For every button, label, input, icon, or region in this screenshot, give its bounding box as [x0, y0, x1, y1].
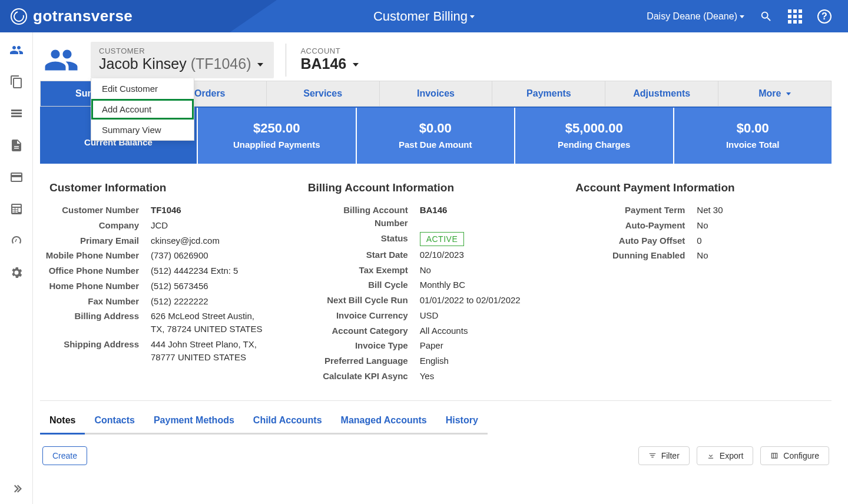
field-label: Office Phone Number: [40, 264, 151, 277]
subtab-managed-accounts[interactable]: Managed Accounts: [332, 409, 436, 435]
page-header: CUSTOMER Jacob Kinsey (TF1046) Edit Cust…: [40, 42, 832, 78]
field-value: 02/10/2023: [420, 248, 564, 261]
field-label: Home Phone Number: [40, 280, 151, 293]
field-label: Status: [308, 232, 420, 245]
tab-services[interactable]: Services: [267, 81, 380, 106]
module-title: Customer Billing: [373, 9, 468, 24]
customer-menu: Edit Customer Add Account Summary View: [91, 78, 194, 141]
payment-info-column: Account Payment Information Payment Term…: [575, 181, 832, 385]
field-label: Mobile Phone Number: [40, 249, 151, 262]
kpi-pending-charges: $5,000.00 Pending Charges: [515, 108, 674, 164]
sub-tabs: Notes Contacts Payment Methods Child Acc…: [40, 409, 832, 435]
export-button[interactable]: Export: [697, 446, 753, 465]
field-label: Dunning Enabled: [575, 249, 697, 262]
field-label: Invoice Type: [308, 339, 420, 352]
document-icon[interactable]: [9, 138, 24, 152]
field-value: USD: [420, 309, 564, 322]
user-menu[interactable]: Daisy Deane (Deane): [647, 11, 744, 22]
account-dropdown[interactable]: BA146: [300, 55, 359, 72]
menu-item-add-account[interactable]: Add Account: [91, 99, 194, 120]
calculator-icon[interactable]: [9, 202, 24, 216]
field-label: Auto Pay Offset: [575, 234, 697, 247]
dashboard-icon[interactable]: [9, 234, 24, 248]
brand-logo-icon: [11, 8, 27, 25]
billing-info-column: Billing Account Information Billing Acco…: [308, 181, 564, 385]
chevron-down-icon: [353, 63, 359, 67]
tab-invoices[interactable]: Invoices: [380, 81, 493, 106]
app-body: CUSTOMER Jacob Kinsey (TF1046) Edit Cust…: [0, 32, 848, 504]
field-label: Bill Cycle: [308, 278, 420, 291]
field-value: Paper: [420, 339, 564, 352]
filter-icon: [648, 452, 657, 460]
info-columns: Customer Information Customer NumberTF10…: [40, 181, 832, 385]
tab-payments[interactable]: Payments: [492, 81, 605, 106]
section-divider: [40, 400, 832, 401]
notes-toolbar: Create Filter Export Configure: [40, 446, 832, 471]
field-label: Company: [40, 219, 151, 232]
field-value: Yes: [420, 370, 564, 383]
user-name: Daisy Deane (Deane): [647, 11, 737, 21]
filter-label: Filter: [661, 451, 680, 460]
menu-item-summary-view[interactable]: Summary View: [91, 120, 194, 140]
field-value: ckinsey@jcd.com: [151, 234, 296, 247]
field-value: No: [697, 249, 832, 262]
menu-item-edit-customer[interactable]: Edit Customer: [91, 78, 194, 99]
field-value: (512) 4442234 Extn: 5: [151, 264, 296, 277]
field-label: Tax Exempt: [308, 264, 420, 277]
subtab-history[interactable]: History: [436, 409, 488, 435]
customers-icon[interactable]: [9, 43, 24, 57]
subtab-contacts[interactable]: Contacts: [85, 409, 144, 435]
chevron-down-icon: [740, 15, 744, 18]
brand-text: gotransverse: [33, 7, 132, 25]
divider: [286, 44, 286, 77]
account-value: BA146: [300, 55, 346, 72]
field-value: (512) 2222222: [151, 295, 296, 308]
brand[interactable]: gotransverse: [0, 0, 132, 32]
subtab-child-accounts[interactable]: Child Accounts: [244, 409, 332, 435]
topbar-right: Daisy Deane (Deane) ?: [647, 9, 848, 24]
customer-info-heading: Customer Information: [49, 181, 296, 194]
copy-icon[interactable]: [9, 75, 24, 89]
content-scroll[interactable]: CUSTOMER Jacob Kinsey (TF1046) Edit Cust…: [33, 32, 848, 504]
tab-adjustments[interactable]: Adjustments: [605, 81, 718, 106]
chevron-down-icon: [257, 63, 263, 67]
account-crumb: ACCOUNT BA146: [298, 42, 359, 78]
expand-rail-icon[interactable]: [9, 482, 24, 496]
kpi-label: Pending Charges: [515, 140, 673, 150]
field-label: Fax Number: [40, 295, 151, 308]
kpi-invoice-total: $0.00 Invoice Total: [674, 108, 832, 164]
module-switcher[interactable]: Customer Billing: [373, 9, 475, 24]
field-label: Shipping Address: [40, 338, 151, 351]
gear-icon[interactable]: [9, 266, 24, 280]
kpi-value: $0.00: [674, 121, 832, 136]
kpi-value: $250.00: [198, 121, 356, 136]
field-label: Start Date: [308, 248, 420, 261]
field-label: Auto-Payment: [575, 219, 697, 232]
customer-crumb-label: CUSTOMER: [99, 47, 263, 55]
apps-icon[interactable]: [788, 9, 802, 24]
subtab-notes[interactable]: Notes: [40, 409, 85, 435]
subtab-payment-methods[interactable]: Payment Methods: [144, 409, 244, 435]
billing-info-heading: Billing Account Information: [308, 181, 564, 194]
kpi-label: Past Due Amount: [357, 140, 515, 150]
customer-dropdown[interactable]: Jacob Kinsey (TF1046): [99, 55, 263, 72]
configure-button[interactable]: Configure: [760, 446, 829, 465]
chevron-down-icon: [786, 92, 791, 95]
create-button[interactable]: Create: [42, 446, 87, 465]
field-value: 0: [697, 234, 832, 247]
field-label: Customer Number: [40, 204, 151, 217]
card-icon[interactable]: [9, 170, 24, 184]
field-value: All Accounts: [420, 324, 564, 337]
field-value: BA146: [420, 204, 564, 217]
search-icon[interactable]: [760, 10, 773, 23]
tab-more[interactable]: More: [718, 81, 831, 106]
stack-icon[interactable]: [9, 107, 24, 121]
customer-name: Jacob Kinsey: [99, 55, 187, 72]
kpi-unapplied-payments: $250.00 Unapplied Payments: [198, 108, 357, 164]
field-value: Net 30: [697, 204, 832, 217]
filter-button[interactable]: Filter: [638, 446, 690, 465]
field-label: Billing Account Number: [308, 204, 420, 230]
field-label: Primary Email: [40, 234, 151, 247]
help-icon[interactable]: ?: [817, 9, 832, 24]
field-value: ACTIVE: [420, 232, 564, 246]
